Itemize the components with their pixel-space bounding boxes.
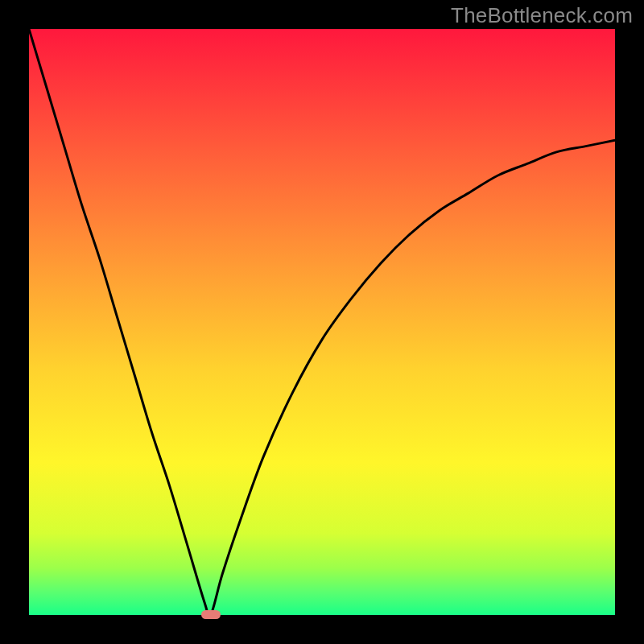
- chart-svg: [29, 29, 615, 615]
- watermark-label: TheBottleneck.com: [451, 3, 633, 28]
- chart-frame: TheBottleneck.com: [0, 0, 644, 644]
- chart-background: [29, 29, 615, 615]
- minimum-marker: [201, 610, 221, 619]
- plot-area: [29, 29, 615, 615]
